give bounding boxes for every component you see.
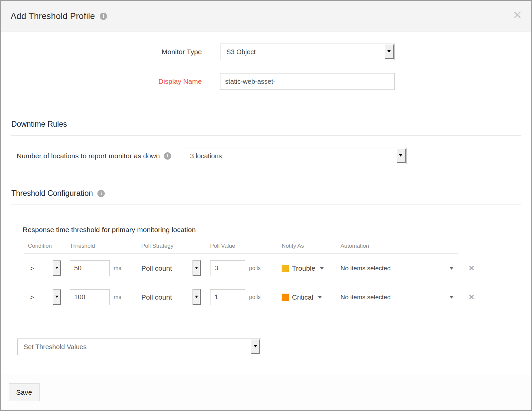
dialog-header: Add Threshold Profile i ✕ (1, 1, 531, 32)
title-info-icon[interactable]: i (100, 13, 107, 20)
poll-unit: polls (249, 294, 261, 301)
dropdown-arrow-icon (193, 260, 201, 276)
monitor-type-row: Monitor Type S3 Object (1, 44, 531, 60)
col-notify-as: Notify As (282, 243, 340, 249)
threshold-row-2: > ms Poll count polls Critical (24, 283, 531, 312)
downtime-rules-heading: Downtime Rules (11, 120, 67, 129)
condition-value: > (30, 293, 34, 301)
poll-value-input[interactable] (210, 289, 245, 305)
dialog-footer: Save (1, 374, 531, 410)
remove-cell: ✕ (463, 264, 483, 272)
poll-strategy-value: Poll count (141, 293, 172, 301)
notify-as-select[interactable]: Critical (282, 293, 340, 301)
trouble-color-swatch (282, 265, 289, 272)
col-poll-strategy: Poll Strategy (141, 243, 210, 249)
threshold-unit: ms (114, 265, 121, 272)
automation-value: No items selected (340, 294, 391, 301)
automation-select[interactable]: No items selected (340, 294, 463, 301)
poll-value-cell: polls (210, 289, 282, 305)
condition-select[interactable]: > (24, 260, 70, 276)
col-condition: Condition (24, 243, 70, 249)
divider (11, 205, 521, 205)
monitor-type-select[interactable]: S3 Object (220, 44, 395, 60)
chevron-down-icon (450, 296, 454, 299)
threshold-row-1: > ms Poll count polls Trouble (24, 254, 531, 283)
notify-as-value: Trouble (292, 264, 315, 272)
remove-row-icon[interactable]: ✕ (463, 293, 475, 301)
dropdown-arrow-icon (251, 340, 260, 354)
monitor-type-value: S3 Object (226, 48, 256, 56)
notify-as-value: Critical (292, 293, 313, 301)
threshold-config-info-icon[interactable]: i (97, 190, 105, 197)
poll-strategy-select[interactable]: Poll count (141, 289, 210, 305)
notify-as-select[interactable]: Trouble (282, 264, 340, 272)
monitor-type-label: Monitor Type (1, 48, 202, 56)
response-time-subheading: Response time threshold for primary moni… (23, 226, 531, 234)
automation-value: No items selected (340, 265, 391, 272)
poll-value-input[interactable] (210, 260, 245, 276)
col-threshold: Threshold (70, 243, 141, 249)
poll-unit: polls (249, 265, 261, 272)
threshold-config-section: Threshold Configuration i (11, 189, 521, 198)
display-name-input[interactable] (220, 73, 395, 90)
locations-value: 3 locations (190, 152, 222, 160)
locations-row: Number of locations to report monitor as… (1, 148, 531, 164)
automation-select[interactable]: No items selected (340, 265, 463, 272)
set-threshold-values-text: Set Threshold Values (24, 343, 86, 351)
locations-info-icon[interactable]: i (164, 152, 171, 160)
dropdown-arrow-icon (385, 45, 394, 59)
add-threshold-profile-dialog: Add Threshold Profile i ✕ Monitor Type S… (0, 0, 532, 411)
locations-label: Number of locations to report monitor as… (17, 152, 160, 160)
set-threshold-values-row: Set Threshold Values (17, 339, 531, 355)
threshold-cell: ms (70, 289, 141, 305)
poll-value-cell: polls (210, 260, 282, 276)
save-button[interactable]: Save (9, 383, 40, 401)
dropdown-arrow-icon (193, 289, 201, 305)
divider (11, 135, 521, 136)
remove-row-icon[interactable]: ✕ (463, 264, 475, 272)
downtime-rules-section: Downtime Rules (11, 120, 521, 129)
dialog-body: Monitor Type S3 Object Display Name Down… (1, 32, 531, 374)
set-threshold-values-select[interactable]: Set Threshold Values (17, 339, 261, 355)
threshold-input[interactable] (70, 260, 110, 276)
display-name-label: Display Name (1, 77, 202, 85)
display-name-row: Display Name (1, 73, 531, 90)
dialog-title: Add Threshold Profile (11, 11, 95, 21)
threshold-config-heading: Threshold Configuration (11, 189, 93, 198)
locations-label-wrap: Number of locations to report monitor as… (17, 152, 171, 160)
dropdown-arrow-icon (397, 149, 406, 163)
locations-select[interactable]: 3 locations (184, 148, 407, 164)
dropdown-arrow-icon (53, 289, 61, 305)
col-automation: Automation (340, 243, 463, 249)
threshold-table-header: Condition Threshold Poll Strategy Poll V… (24, 241, 531, 251)
chevron-down-icon (320, 267, 324, 270)
threshold-table: Condition Threshold Poll Strategy Poll V… (24, 241, 531, 312)
dropdown-arrow-icon (53, 260, 61, 276)
close-icon[interactable]: ✕ (513, 9, 522, 21)
threshold-input[interactable] (70, 289, 110, 305)
threshold-unit: ms (114, 294, 121, 301)
poll-strategy-select[interactable]: Poll count (141, 260, 210, 276)
col-poll-value: Poll Value (210, 243, 282, 249)
condition-value: > (30, 264, 34, 272)
poll-strategy-value: Poll count (141, 264, 172, 272)
threshold-cell: ms (70, 260, 141, 276)
chevron-down-icon (450, 267, 454, 270)
remove-cell: ✕ (463, 293, 483, 301)
critical-color-swatch (282, 294, 289, 301)
condition-select[interactable]: > (24, 289, 70, 305)
chevron-down-icon (318, 296, 322, 299)
